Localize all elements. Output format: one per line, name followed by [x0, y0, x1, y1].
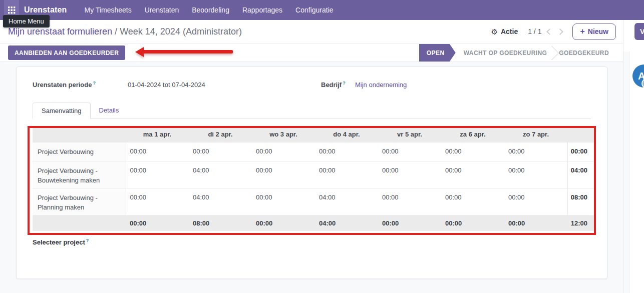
field-company: Bedrijf? Mijn onderneming: [321, 80, 407, 88]
timesheet-form: Urenstaten periode? 01-04-2024 tot 07-04…: [16, 66, 607, 279]
row-total: 08:00: [567, 188, 594, 215]
home-menu-tooltip: Home Menu: [3, 15, 50, 28]
tab-samenvatting[interactable]: Samenvatting: [33, 102, 91, 119]
company-label: Bedrijf?: [321, 80, 355, 88]
footer-total-cell: 00:00: [252, 215, 315, 231]
timesheet-cell: 00:00: [504, 188, 567, 215]
stage-wacht-op-goedkeuring[interactable]: WACHT OP GOEDKEURING: [456, 44, 555, 62]
app-brand[interactable]: Urenstaten: [24, 6, 67, 14]
timesheet-cell: 00:00: [441, 142, 504, 161]
summary-table-wrapper: ma 1 apr. di 2 apr. wo 3 apr. do 4 apr. …: [33, 126, 591, 231]
right-side-panel: Ve A: [623, 20, 644, 293]
submit-to-approver-button[interactable]: AANBIEDEN AAN GOEDKEURDER: [8, 46, 125, 60]
breadcrumb-separator: /: [115, 26, 117, 36]
timesheet-cell: 00:00: [504, 142, 567, 161]
new-button[interactable]: + Nieuw: [572, 24, 616, 40]
project-name: Project Verbouwing - Bouwtekening maken: [33, 161, 126, 188]
table-header-row: ma 1 apr. di 2 apr. wo 3 apr. do 4 apr. …: [33, 126, 594, 142]
footer-grand-total: 12:00: [567, 215, 594, 231]
table-total-header: [567, 126, 594, 142]
nav-item-configuratie[interactable]: Configuratie: [289, 1, 340, 19]
period-label: Urenstaten periode?: [33, 80, 128, 88]
breadcrumb: Mijn urenstaat formulieren / Week 14, 20…: [8, 26, 242, 37]
control-panel: Mijn urenstaat formulieren / Week 14, 20…: [0, 20, 623, 44]
timesheet-summary-table: ma 1 apr. di 2 apr. wo 3 apr. do 4 apr. …: [33, 126, 594, 231]
apps-grid-icon: [8, 6, 16, 14]
day-header: do 4 apr.: [315, 126, 378, 142]
timesheet-cell: 00:00: [252, 188, 315, 215]
footer-label-cell: [33, 215, 126, 231]
day-header: zo 7 apr.: [504, 126, 567, 142]
day-header: za 6 apr.: [441, 126, 504, 142]
nav-item-my-timesheets[interactable]: My Timesheets: [78, 1, 138, 19]
panel-gutter: [623, 52, 629, 293]
timesheet-cell: 04:00: [315, 188, 378, 215]
timesheet-cell: 00:00: [189, 142, 252, 161]
timesheet-cell: 00:00: [252, 142, 315, 161]
tab-details[interactable]: Details: [91, 102, 128, 118]
timesheet-cell: 00:00: [441, 161, 504, 188]
row-total: 00:00: [567, 142, 594, 161]
timesheet-cell: 00:00: [378, 161, 441, 188]
timesheet-cell: 00:00: [378, 142, 441, 161]
footer-total-cell: 00:00: [441, 215, 504, 231]
nav-item-rapportages[interactable]: Rapportages: [236, 1, 289, 19]
timesheet-cell: 04:00: [189, 188, 252, 215]
stage-open[interactable]: OPEN: [419, 44, 456, 62]
footer-total-cell: 00:00: [378, 215, 441, 231]
field-period: Urenstaten periode? 01-04-2024 tot 07-04…: [33, 80, 321, 88]
row-total: 04:00: [567, 161, 594, 188]
day-header: vr 5 apr.: [378, 126, 441, 142]
footer-total-cell: 00:00: [126, 215, 189, 231]
table-corner-header: [33, 126, 126, 142]
main-menu: My Timesheets Urenstaten Beoordeling Rap…: [78, 1, 340, 19]
action-menu-label: Actie: [501, 28, 518, 36]
breadcrumb-link[interactable]: Mijn urenstaat formulieren: [8, 26, 112, 36]
day-header: di 2 apr.: [189, 126, 252, 142]
timesheet-cell: 00:00: [126, 188, 189, 215]
pager: 1 / 1: [528, 28, 562, 36]
new-button-label: Nieuw: [588, 28, 608, 36]
top-navbar: Urenstaten My Timesheets Urenstaten Beoo…: [0, 0, 644, 20]
notebook-tabs: Samenvatting Details: [33, 102, 591, 119]
timesheet-cell: 00:00: [441, 188, 504, 215]
timesheet-cell: 00:00: [252, 161, 315, 188]
pager-next-icon[interactable]: [557, 28, 564, 35]
statusbar: OPEN WACHT OP GOEDKEURING GOEDGEKEURD: [419, 44, 623, 62]
pager-value[interactable]: 1 / 1: [528, 28, 541, 36]
help-icon: ?: [93, 80, 96, 86]
help-icon: ?: [86, 238, 89, 243]
table-footer-row: 00:00 08:00 00:00 04:00 00:00 00:00 00:0…: [33, 215, 594, 231]
timesheet-cell: 00:00: [315, 161, 378, 188]
nav-item-urenstaten[interactable]: Urenstaten: [138, 1, 185, 19]
footer-total-cell: 08:00: [189, 215, 252, 231]
nav-item-beoordeling[interactable]: Beoordeling: [185, 1, 236, 19]
day-header: wo 3 apr.: [252, 126, 315, 142]
select-project-label: Selecteer project?: [33, 238, 591, 246]
table-row: Project Verbouwing - Bouwtekening maken …: [33, 161, 594, 188]
pager-previous-icon[interactable]: [547, 28, 553, 35]
plus-icon: +: [580, 27, 584, 36]
help-icon: ?: [343, 80, 346, 86]
table-row: Project Verbouwing 00:00 00:00 00:00 00:…: [33, 142, 594, 161]
form-fields: Urenstaten periode? 01-04-2024 tot 07-04…: [17, 67, 607, 88]
control-panel-right: ⚙ Actie 1 / 1 + Nieuw: [491, 24, 616, 40]
table-row: Project Verbouwing - Planning maken 00:0…: [33, 188, 594, 215]
timesheet-cell: 00:00: [315, 142, 378, 161]
period-value: 01-04-2024 tot 07-04-2024: [128, 81, 205, 88]
timesheet-cell: 00:00: [126, 161, 189, 188]
gear-icon: ⚙: [491, 28, 497, 36]
breadcrumb-current: Week 14, 2024 (Administrator): [120, 26, 242, 36]
stage-goedgekeurd[interactable]: GOEDGEKEURD: [551, 44, 617, 62]
timesheet-cell: 00:00: [126, 142, 189, 161]
panel-send-button[interactable]: Ve: [634, 23, 644, 40]
company-value-link[interactable]: Mijn onderneming: [355, 81, 407, 88]
footer-total-cell: 00:00: [504, 215, 567, 231]
project-name: Project Verbouwing: [33, 142, 126, 161]
action-menu-button[interactable]: ⚙ Actie: [491, 28, 518, 36]
timesheet-cell: 04:00: [189, 161, 252, 188]
footer-total-cell: 04:00: [315, 215, 378, 231]
action-status-bar: AANBIEDEN AAN GOEDKEURDER OPEN WACHT OP …: [0, 44, 623, 62]
timesheet-cell: 00:00: [378, 188, 441, 215]
timesheet-cell: 00:00: [504, 161, 567, 188]
